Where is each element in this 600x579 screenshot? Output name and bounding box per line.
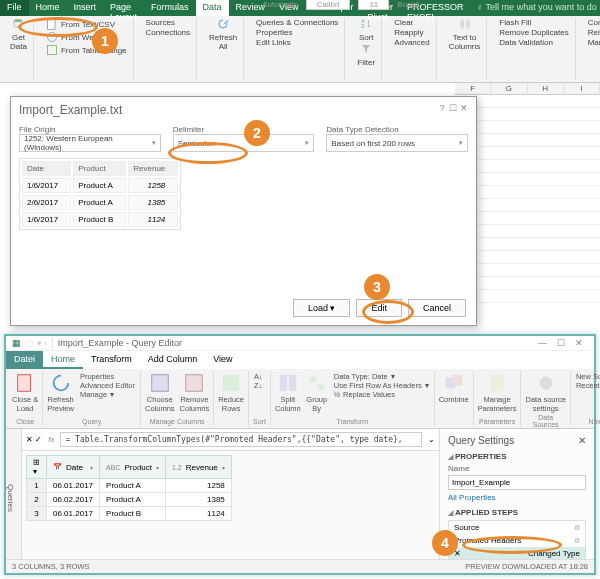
queries-pane-toggle[interactable]: Queries — [6, 429, 22, 561]
remove-columns-button[interactable]: Remove Columns — [180, 372, 210, 413]
maximize-icon[interactable]: ☐ — [552, 338, 570, 348]
choose-columns-button[interactable]: Choose Columns — [145, 372, 175, 413]
data-validation-button[interactable]: Data Validation — [497, 38, 570, 47]
cancel-button[interactable]: Cancel — [408, 299, 466, 317]
qe-tab-add-column[interactable]: Add Column — [140, 351, 206, 369]
svg-text:A: A — [362, 19, 365, 24]
data-type-button[interactable]: Data Type: Date ▾ — [333, 372, 430, 381]
qe-data-table[interactable]: ⊞ ▾📅 Date ▾ABC Product ▾1.2 Revenue ▾106… — [26, 455, 435, 521]
tell-me-input[interactable]: ♀ Tell me what you want to do — [471, 0, 600, 16]
qe-ribbon: Close & LoadClose Refresh Preview Proper… — [6, 369, 594, 429]
col-header: Date — [22, 161, 71, 176]
reduce-rows-button[interactable]: Reduce Rows — [218, 372, 244, 413]
file-origin-select[interactable]: 1252: Western European (Windows)▾ — [19, 134, 161, 152]
tab-insert[interactable]: Insert — [67, 0, 104, 16]
params-icon — [486, 372, 508, 394]
advanced-button[interactable]: Advanced — [392, 38, 432, 47]
qe-tab-datei[interactable]: Datei — [6, 351, 43, 369]
column-header[interactable]: G — [491, 83, 527, 95]
svg-rect-11 — [223, 375, 240, 392]
qe-tab-view[interactable]: View — [205, 351, 240, 369]
edit-links-button[interactable]: Edit Links — [254, 38, 340, 47]
sort-asc-button[interactable]: A↓ — [253, 372, 264, 381]
tab-page-layout[interactable]: Page Layout — [103, 0, 144, 16]
detection-select[interactable]: Based on first 200 rows▾ — [326, 134, 468, 152]
qe-tab-transform[interactable]: Transform — [83, 351, 140, 369]
qe-column-header[interactable]: 1.2 Revenue ▾ — [166, 456, 232, 479]
existing-connections-button[interactable]: Connections — [144, 28, 192, 37]
consolidate-button[interactable]: Consolidate — [586, 18, 600, 27]
close-icon[interactable]: ✕ — [570, 338, 588, 348]
sort-button[interactable]: AZSort — [355, 18, 377, 42]
funnel-icon — [360, 43, 372, 55]
flash-fill-button[interactable]: Flash Fill — [497, 18, 570, 27]
close-load-icon — [14, 372, 36, 394]
qe-column-header[interactable]: ABC Product ▾ — [100, 456, 166, 479]
formula-input[interactable]: = Table.TransformColumnTypes(#"Promoted … — [60, 432, 422, 447]
refresh-preview-button[interactable]: Refresh Preview — [47, 372, 74, 413]
recent-sources-button[interactable]: Sources — [144, 18, 192, 27]
annotation-2: 2 — [244, 120, 270, 146]
column-header[interactable]: H — [528, 83, 564, 95]
qe-tab-home[interactable]: Home — [43, 351, 83, 369]
advanced-editor-button[interactable]: Advanced Editor — [79, 381, 136, 390]
remove-duplicates-button[interactable]: Remove Duplicates — [497, 28, 570, 37]
annotation-ring — [18, 17, 98, 37]
combine-button[interactable]: Combine — [439, 372, 469, 404]
tab-home[interactable]: Home — [29, 0, 67, 16]
refresh-all-button[interactable]: Refresh All — [207, 18, 239, 51]
first-row-headers-button[interactable]: Use First Row As Headers ▾ — [333, 381, 430, 390]
query-name-input[interactable] — [448, 475, 586, 490]
label-file-origin: File Origin — [19, 125, 161, 134]
manage-data-model-button[interactable]: Manage Data Model — [586, 38, 600, 47]
qe-column-header[interactable]: 📅 Date ▾ — [47, 456, 100, 479]
split-column-button[interactable]: Split Column — [275, 372, 301, 413]
tab-data[interactable]: Data — [196, 0, 229, 16]
rows-icon — [220, 372, 242, 394]
group-label: Data Tools — [586, 49, 600, 56]
annotation-ring — [168, 142, 248, 164]
replace-values-button[interactable]: ½ Replace Values — [333, 390, 430, 399]
properties-button[interactable]: Properties — [254, 28, 340, 37]
fx-icon[interactable]: fx — [48, 435, 54, 444]
manage-parameters-button[interactable]: Manage Parameters — [478, 372, 517, 413]
properties-section: PROPERTIES — [448, 452, 586, 461]
queries-connections-button[interactable]: Queries & Connections — [254, 18, 340, 27]
close-icon[interactable]: ✕ — [578, 435, 586, 446]
qe-status-bar: 3 COLUMNS, 3 ROWSPREVIEW DOWNLOADED AT 1… — [6, 559, 594, 573]
minimize-icon[interactable]: — — [533, 338, 552, 348]
close-load-button[interactable]: Close & Load — [12, 372, 38, 413]
help-icon[interactable]: ? — [439, 103, 444, 113]
excel-icon: ▦ — [12, 338, 21, 348]
load-button[interactable]: Load ▾ — [293, 299, 351, 317]
reapply-button[interactable]: Reapply — [392, 28, 432, 37]
annotation-4: 4 — [432, 530, 458, 556]
recent-sources-button[interactable]: Recent Sources ▾ — [575, 381, 600, 390]
svg-text:Z: Z — [362, 24, 365, 29]
clear-button[interactable]: Clear — [392, 18, 432, 27]
tab-formulas[interactable]: Formulas — [144, 0, 196, 16]
data-source-settings-button[interactable]: Data source settings — [525, 372, 565, 413]
qe-properties-button[interactable]: Properties — [79, 372, 136, 381]
text-to-columns-button[interactable]: Text to Columns — [447, 18, 483, 51]
expand-icon[interactable]: ⌄ — [428, 435, 435, 444]
tab-file[interactable]: File — [0, 0, 29, 16]
formula-bar: ✕ ✓ fx = Table.TransformColumnTypes(#"Pr… — [22, 429, 439, 451]
close-icon[interactable]: ☐ ✕ — [449, 103, 468, 113]
applied-step[interactable]: Source⚙ — [449, 521, 585, 534]
table-row[interactable]: 206.02.2017Product A1385 — [27, 493, 232, 507]
table-row[interactable]: 106.01.2017Product A1258 — [27, 479, 232, 493]
all-properties-link[interactable]: All Properties — [448, 493, 586, 502]
manage-button[interactable]: Manage ▾ — [79, 390, 136, 399]
svg-rect-7 — [466, 20, 470, 29]
new-source-button[interactable]: New Source ▾ — [575, 372, 600, 381]
table-row[interactable]: 306.01.2017Product B1124 — [27, 507, 232, 521]
column-header[interactable]: F — [455, 83, 491, 95]
refresh-icon — [217, 18, 229, 30]
sort-desc-button[interactable]: Z↓ — [253, 381, 264, 390]
applied-steps-section: APPLIED STEPS — [448, 508, 586, 517]
filter-button[interactable]: Filter — [355, 43, 377, 67]
column-header[interactable]: I — [564, 83, 600, 95]
group-by-button[interactable]: Group By — [306, 372, 328, 413]
relationships-button[interactable]: Relationships — [586, 28, 600, 37]
